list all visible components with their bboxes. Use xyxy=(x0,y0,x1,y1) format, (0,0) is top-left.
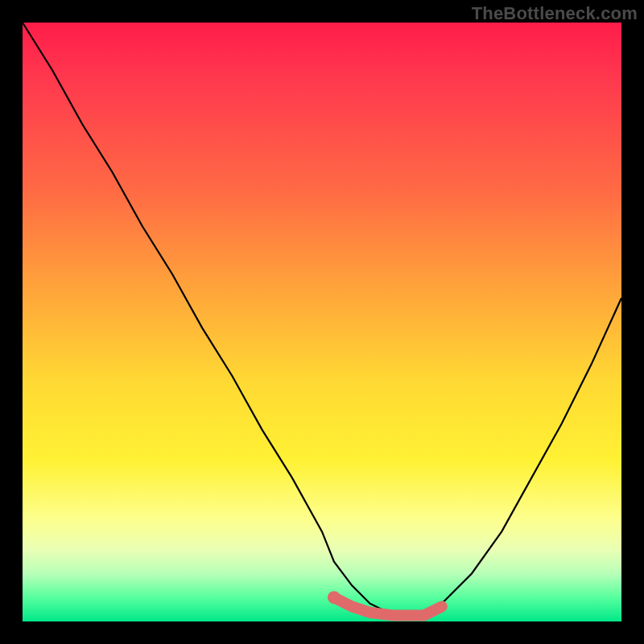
highlight-dot xyxy=(328,591,341,604)
highlight-segment xyxy=(334,597,442,615)
chart-container: TheBottleneck.com xyxy=(0,0,644,644)
chart-svg xyxy=(23,23,621,621)
watermark-text: TheBottleneck.com xyxy=(472,3,638,24)
plot-area xyxy=(23,23,621,621)
bottleneck-curve xyxy=(23,23,621,616)
